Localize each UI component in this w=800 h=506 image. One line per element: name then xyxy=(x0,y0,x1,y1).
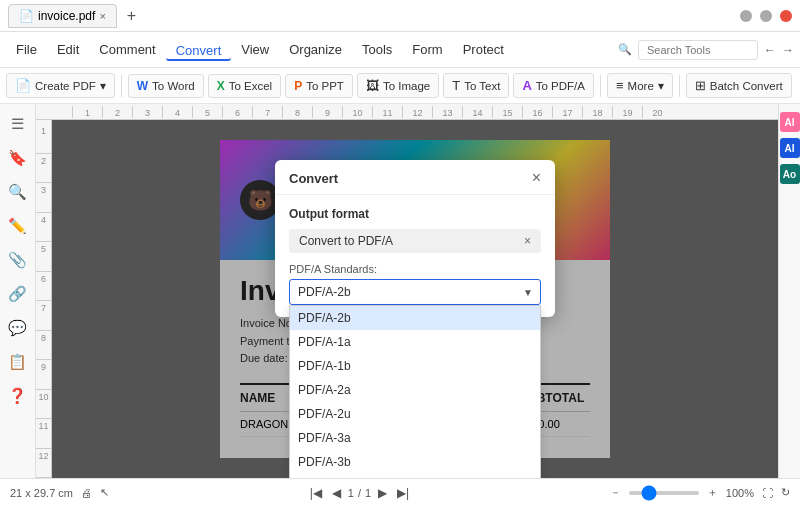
to-word-button[interactable]: W To Word xyxy=(128,74,204,98)
create-pdf-icon: 📄 xyxy=(15,78,31,93)
more-label: More xyxy=(628,80,654,92)
left-menu-icon[interactable]: ☰ xyxy=(6,112,30,136)
ruler-mark: 20 xyxy=(642,106,672,118)
to-image-label: To Image xyxy=(383,80,430,92)
ruler-mark: 6 xyxy=(222,106,252,118)
menu-form[interactable]: Form xyxy=(402,38,452,61)
next-page-button[interactable]: ▶ xyxy=(375,485,390,501)
pdfa-select[interactable]: PDF/A-2b PDF/A-1a PDF/A-1b PDF/A-2a PDF/… xyxy=(289,279,541,305)
page-sep: / xyxy=(358,487,361,499)
rotate-button[interactable]: ↻ xyxy=(781,486,790,499)
left-attach-icon[interactable]: 📎 xyxy=(6,248,30,272)
to-excel-button[interactable]: X To Excel xyxy=(208,74,281,98)
new-tab-button[interactable]: + xyxy=(123,7,140,25)
page-navigation: |◀ ◀ 1 / 1 ▶ ▶| xyxy=(307,485,413,501)
menu-convert[interactable]: Convert xyxy=(166,39,232,61)
v-mark: 12 xyxy=(36,449,51,479)
batch-convert-button[interactable]: ⊞ Batch Convert xyxy=(686,73,792,98)
ruler-mark: 8 xyxy=(282,106,312,118)
dropdown-item-5[interactable]: PDF/A-3a xyxy=(290,426,540,450)
convert-to-close[interactable]: × xyxy=(524,234,531,248)
ai-assistant-teal[interactable]: Ao xyxy=(780,164,800,184)
close-button[interactable] xyxy=(780,10,792,22)
dropdown-item-1[interactable]: PDF/A-1a xyxy=(290,330,540,354)
menu-file[interactable]: File xyxy=(6,38,47,61)
ai-assistant-blue[interactable]: AI xyxy=(780,138,800,158)
statusbar-right: － ＋ 100% ⛶ ↻ xyxy=(610,485,790,500)
v-mark: 10 xyxy=(36,390,51,420)
modal-body: Output format Convert to PDF/A × PDF/A S… xyxy=(275,195,555,317)
dropdown-item-2[interactable]: PDF/A-1b xyxy=(290,354,540,378)
ruler-marks: 1 2 3 4 5 6 7 8 9 10 11 12 13 14 15 16 1… xyxy=(72,106,778,118)
left-help-icon[interactable]: ❓ xyxy=(6,384,30,408)
maximize-button[interactable] xyxy=(760,10,772,22)
to-text-label: To Text xyxy=(464,80,500,92)
last-page-button[interactable]: ▶| xyxy=(394,485,412,501)
menu-comment[interactable]: Comment xyxy=(89,38,165,61)
menu-edit[interactable]: Edit xyxy=(47,38,89,61)
ruler-mark: 17 xyxy=(552,106,582,118)
toolbar: 📄 Create PDF ▾ W To Word X To Excel P To… xyxy=(0,68,800,104)
left-search-icon[interactable]: 🔍 xyxy=(6,180,30,204)
ruler-mark: 13 xyxy=(432,106,462,118)
create-pdf-button[interactable]: 📄 Create PDF ▾ xyxy=(6,73,115,98)
more-icon: ≡ xyxy=(616,78,624,93)
left-bookmark-icon[interactable]: 🔖 xyxy=(6,146,30,170)
toolbar-divider-2 xyxy=(600,75,601,97)
v-mark: 5 xyxy=(36,242,51,272)
batch-convert-icon: ⊞ xyxy=(695,78,706,93)
dropdown-item-0[interactable]: PDF/A-2b xyxy=(290,306,540,330)
to-image-icon: 🖼 xyxy=(366,78,379,93)
tab-close-icon[interactable]: × xyxy=(99,10,105,22)
prev-page-button[interactable]: ◀ xyxy=(329,485,344,501)
dropdown-item-7[interactable]: PDF/A-3u xyxy=(290,474,540,478)
cursor-icon[interactable]: ↖ xyxy=(100,486,109,499)
to-ppt-button[interactable]: P To PPT xyxy=(285,74,353,98)
zoom-in-button[interactable]: ＋ xyxy=(707,485,718,500)
left-comment-icon[interactable]: 💬 xyxy=(6,316,30,340)
ai-assistant-pink[interactable]: AI xyxy=(780,112,800,132)
nav-forward-icon[interactable]: → xyxy=(782,43,794,57)
fit-page-button[interactable]: ⛶ xyxy=(762,487,773,499)
ruler-mark: 18 xyxy=(582,106,612,118)
to-image-button[interactable]: 🖼 To Image xyxy=(357,73,439,98)
menu-protect[interactable]: Protect xyxy=(453,38,514,61)
modal-close-button[interactable]: × xyxy=(532,170,541,186)
zoom-percent: 100% xyxy=(726,487,754,499)
to-pdfa-button[interactable]: A To PDF/A xyxy=(513,73,594,98)
search-toolbar: 🔍 ← → xyxy=(618,40,794,60)
left-edit-icon[interactable]: ✏️ xyxy=(6,214,30,238)
more-button[interactable]: ≡ More ▾ xyxy=(607,73,673,98)
menu-tools[interactable]: Tools xyxy=(352,38,402,61)
left-pages-icon[interactable]: 📋 xyxy=(6,350,30,374)
print-icon[interactable]: 🖨 xyxy=(81,487,92,499)
to-text-button[interactable]: T To Text xyxy=(443,73,509,98)
menu-organize[interactable]: Organize xyxy=(279,38,352,61)
ruler-mark: 14 xyxy=(462,106,492,118)
titlebar-tab[interactable]: 📄 invoice.pdf × xyxy=(8,4,117,28)
tab-label: invoice.pdf xyxy=(38,9,95,23)
window-controls xyxy=(740,10,792,22)
minimize-button[interactable] xyxy=(740,10,752,22)
to-ppt-icon: P xyxy=(294,79,302,93)
content-area: 1 2 3 4 5 6 7 8 9 10 11 12 13 14 15 16 1… xyxy=(36,104,778,478)
to-excel-icon: X xyxy=(217,79,225,93)
zoom-out-button[interactable]: － xyxy=(610,485,621,500)
v-mark: 9 xyxy=(36,360,51,390)
menu-view[interactable]: View xyxy=(231,38,279,61)
menubar: File Edit Comment Convert View Organize … xyxy=(0,32,800,68)
dropdown-item-4[interactable]: PDF/A-2u xyxy=(290,402,540,426)
nav-back-icon[interactable]: ← xyxy=(764,43,776,57)
ruler-mark: 15 xyxy=(492,106,522,118)
v-mark: 6 xyxy=(36,272,51,302)
dropdown-item-6[interactable]: PDF/A-3b xyxy=(290,450,540,474)
to-ppt-label: To PPT xyxy=(306,80,344,92)
statusbar-left: 21 x 29.7 cm 🖨 ↖ xyxy=(10,486,109,499)
left-link-icon[interactable]: 🔗 xyxy=(6,282,30,306)
zoom-slider[interactable] xyxy=(629,491,699,495)
search-tools-input[interactable] xyxy=(638,40,758,60)
dropdown-item-3[interactable]: PDF/A-2a xyxy=(290,378,540,402)
first-page-button[interactable]: |◀ xyxy=(307,485,325,501)
ruler-mark: 11 xyxy=(372,106,402,118)
to-word-label: To Word xyxy=(152,80,195,92)
